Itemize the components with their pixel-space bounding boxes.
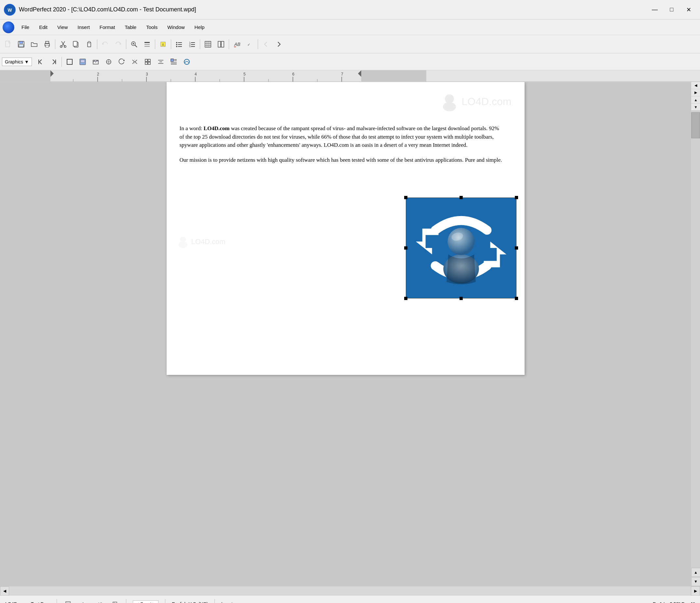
svg-rect-59: [145, 59, 147, 61]
svg-rect-35: [191, 44, 195, 45]
forward-button[interactable]: [273, 38, 285, 50]
status-icon-btn-4[interactable]: [110, 599, 120, 603]
svg-rect-72: [0, 70, 700, 82]
count-button[interactable]: < Count >: [133, 600, 158, 603]
image-container[interactable]: [406, 198, 517, 298]
menu-file[interactable]: File: [17, 22, 34, 32]
image-edit-button[interactable]: [102, 56, 115, 68]
menu-insert[interactable]: Insert: [73, 22, 94, 32]
svg-rect-4: [20, 41, 23, 44]
svg-rect-61: [145, 62, 147, 65]
watermark-top: LO4D.com: [440, 92, 511, 111]
right-btn-3[interactable]: ▲: [691, 96, 700, 103]
numbering-button[interactable]: 1.2.3.: [186, 38, 198, 50]
right-btn-4[interactable]: ▼: [691, 103, 700, 111]
prev-image-button[interactable]: [34, 56, 47, 68]
box-border-button[interactable]: [64, 56, 76, 68]
svg-rect-44: [221, 41, 224, 47]
svg-text:4: 4: [195, 72, 197, 76]
title-bar: W WordPerfect 2020 - [C:\LO4D.com\LO4D.c…: [0, 0, 700, 20]
paste-button[interactable]: [83, 38, 95, 50]
status-icon-btn-3[interactable]: AB: [95, 599, 104, 603]
right-btn-2[interactable]: ▶: [691, 89, 700, 96]
svg-rect-38: [205, 41, 211, 47]
para1-bold: LO4D.com: [204, 125, 230, 131]
status-icon-btn-1[interactable]: [64, 599, 73, 603]
merge-button[interactable]: [215, 38, 227, 50]
spell-button[interactable]: ABC: [231, 38, 243, 50]
handle-middle-right[interactable]: [515, 246, 518, 250]
scroll-left-btn[interactable]: ◀: [0, 586, 9, 596]
scrollbar-h-track[interactable]: [9, 586, 691, 595]
content-button[interactable]: [90, 56, 102, 68]
svg-rect-66: [171, 59, 173, 61]
svg-rect-22: [145, 44, 150, 45]
svg-point-96: [445, 94, 454, 103]
menu-format[interactable]: Format: [95, 22, 120, 32]
highlight-button[interactable]: A: [157, 38, 169, 50]
maximize-button[interactable]: □: [664, 4, 679, 16]
back-button[interactable]: [260, 38, 272, 50]
svg-rect-16: [88, 41, 90, 43]
menu-table[interactable]: Table: [120, 22, 141, 32]
print-button[interactable]: [41, 38, 53, 50]
scrollbar-v-track[interactable]: [691, 111, 700, 568]
svg-rect-14: [73, 41, 77, 46]
new-button[interactable]: [2, 38, 14, 50]
handle-top-middle[interactable]: [459, 196, 463, 199]
redo-button[interactable]: [112, 38, 124, 50]
svg-text:6: 6: [292, 72, 295, 76]
table-button[interactable]: [202, 38, 214, 50]
paragraph-1: In a word: LO4D.com was created because …: [180, 124, 505, 149]
copy-button[interactable]: [70, 38, 82, 50]
status-icon-btn-2[interactable]: [79, 599, 88, 603]
graphics-dropdown[interactable]: Graphics ▼: [2, 58, 32, 66]
lo4d-logo-image: [406, 198, 517, 298]
image-color-button[interactable]: [76, 56, 89, 68]
find-button[interactable]: [141, 38, 153, 50]
right-btn-1[interactable]: ◀: [691, 82, 700, 89]
svg-point-97: [443, 102, 456, 111]
menu-help[interactable]: Help: [190, 22, 209, 32]
svg-text:✓: ✓: [247, 43, 250, 47]
open-button[interactable]: [28, 38, 40, 50]
menu-edit[interactable]: Edit: [34, 22, 52, 32]
rotate-button[interactable]: [116, 56, 128, 68]
position-label: Pg 1 Ln 2.58" Pos 1": [653, 601, 695, 603]
minimize-button[interactable]: —: [647, 4, 662, 16]
close-button[interactable]: ✕: [681, 4, 696, 16]
scroll-down-btn[interactable]: ▼: [691, 577, 700, 586]
svg-rect-5: [19, 45, 23, 47]
svg-rect-23: [145, 46, 150, 47]
scrollbar-v-thumb[interactable]: [691, 112, 700, 138]
handle-top-right[interactable]: [515, 196, 518, 199]
zoom-button[interactable]: [128, 38, 140, 50]
handle-bottom-left[interactable]: [404, 297, 407, 300]
next-image-button[interactable]: [48, 56, 60, 68]
svg-text:AB: AB: [97, 602, 102, 603]
scrollbar-horizontal[interactable]: ◀ ▶: [0, 586, 700, 595]
scroll-right-btn[interactable]: ▶: [691, 586, 700, 596]
grammar-button[interactable]: ✓: [244, 38, 256, 50]
svg-point-12: [64, 46, 66, 48]
menu-window[interactable]: Window: [163, 22, 189, 32]
svg-rect-31: [178, 46, 182, 47]
scroll-up-btn[interactable]: ▲: [691, 568, 700, 577]
align-button[interactable]: [155, 56, 167, 68]
save-button[interactable]: [15, 38, 27, 50]
wrap-button[interactable]: [168, 56, 180, 68]
style-button[interactable]: [181, 56, 193, 68]
handle-middle-left[interactable]: [404, 246, 407, 250]
menu-view[interactable]: View: [53, 22, 72, 32]
anchor-button[interactable]: [142, 56, 154, 68]
bullets-button[interactable]: [173, 38, 185, 50]
flip-button[interactable]: [128, 56, 141, 68]
cut-button[interactable]: [57, 38, 69, 50]
watermark-bottom: LO4D.com: [176, 235, 226, 248]
handle-top-left[interactable]: [404, 196, 407, 199]
menu-tools[interactable]: Tools: [142, 22, 162, 32]
svg-point-102: [448, 228, 474, 255]
undo-button[interactable]: [99, 38, 111, 50]
handle-bottom-right[interactable]: [515, 297, 518, 300]
handle-bottom-middle[interactable]: [459, 297, 463, 300]
